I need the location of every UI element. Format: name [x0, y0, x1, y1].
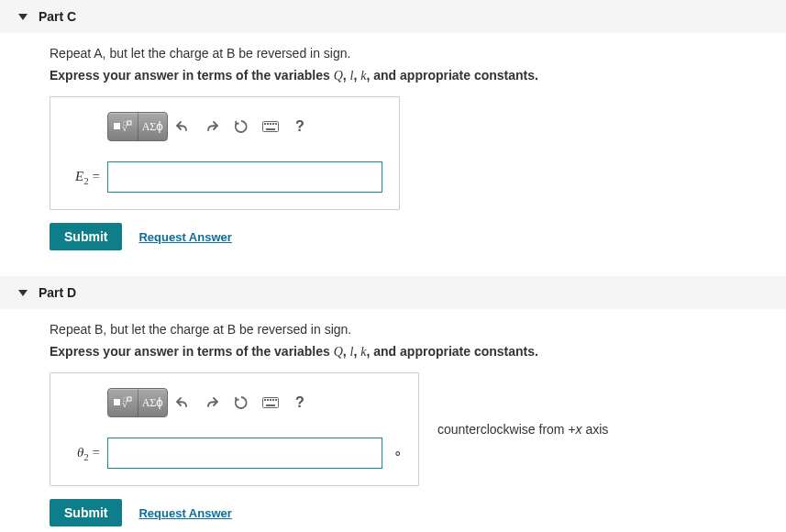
symbols-label: ΑΣϕ	[142, 396, 164, 410]
svg-rect-7	[270, 123, 271, 125]
reset-button[interactable]	[227, 113, 256, 140]
part-c-answer-box: □ √ ΑΣϕ	[50, 96, 400, 210]
unit-degree: ∘	[393, 445, 402, 461]
part-d-header[interactable]: Part D	[0, 276, 786, 309]
redo-icon	[205, 119, 219, 134]
toolbar-group: □ √ ΑΣϕ	[107, 112, 168, 141]
svg-rect-5	[264, 123, 266, 125]
reset-icon	[234, 395, 249, 410]
keyboard-icon	[262, 397, 279, 408]
undo-icon	[175, 119, 190, 134]
part-c-express: Express your answer in terms of the vari…	[50, 68, 768, 83]
svg-rect-18	[270, 399, 271, 401]
part-c-lhs: E2 =	[67, 169, 100, 186]
var-l: l	[350, 345, 354, 359]
submit-button[interactable]: Submit	[50, 223, 122, 250]
svg-rect-0	[114, 123, 120, 129]
svg-rect-19	[272, 399, 274, 401]
part-d-input-row: θ2 = ∘	[67, 438, 402, 469]
svg-rect-21	[266, 405, 275, 406]
svg-rect-17	[267, 399, 269, 401]
svg-rect-8	[272, 123, 274, 125]
var-Q: Q	[334, 69, 343, 83]
request-answer-link[interactable]: Request Answer	[138, 506, 231, 520]
svg-rect-20	[275, 399, 277, 401]
equation-toolbar: □ √ ΑΣϕ	[107, 112, 382, 141]
templates-button[interactable]: □ √	[108, 113, 138, 140]
redo-button[interactable]	[197, 389, 227, 416]
svg-rect-6	[267, 123, 269, 125]
keyboard-button[interactable]	[256, 113, 285, 140]
var-l: l	[350, 69, 354, 83]
reset-icon	[234, 119, 249, 134]
reset-button[interactable]	[227, 389, 256, 416]
caret-down-icon	[18, 290, 28, 296]
equation-toolbar: □ √ ΑΣϕ	[107, 388, 402, 417]
keyboard-button[interactable]	[256, 389, 285, 416]
lhs-subscript: 2	[83, 451, 89, 462]
var-Q: Q	[334, 345, 343, 359]
symbols-button[interactable]: ΑΣϕ	[138, 389, 167, 416]
redo-icon	[205, 395, 219, 410]
undo-button[interactable]	[168, 389, 197, 416]
undo-icon	[175, 395, 190, 410]
svg-rect-11	[114, 399, 120, 405]
part-d-answer-input[interactable]	[107, 438, 382, 469]
part-d-answer-area: □ √ ΑΣϕ	[50, 372, 768, 486]
svg-rect-9	[275, 123, 277, 125]
templates-button[interactable]: □ √	[108, 389, 138, 416]
part-d-express: Express your answer in terms of the vari…	[50, 344, 768, 360]
svg-rect-3	[127, 121, 131, 125]
svg-rect-10	[266, 128, 275, 130]
trailing-var: x	[576, 422, 582, 437]
symbols-label: ΑΣϕ	[142, 120, 164, 134]
keyboard-icon	[262, 121, 279, 132]
svg-rect-14	[127, 397, 131, 401]
express-suffix: , and appropriate constants.	[366, 68, 537, 83]
part-d-title: Part D	[39, 285, 76, 300]
part-d-actions: Submit Request Answer	[50, 499, 768, 526]
part-c-title: Part C	[39, 9, 76, 24]
express-prefix: Express your answer in terms of the vari…	[50, 68, 334, 83]
undo-button[interactable]	[168, 113, 197, 140]
toolbar-aux: ?	[168, 113, 315, 140]
part-d-body: Repeat B, but let the charge at B be rev…	[0, 309, 786, 532]
request-answer-link[interactable]: Request Answer	[138, 230, 231, 244]
trailing-post: axis	[582, 422, 609, 437]
redo-button[interactable]	[197, 113, 227, 140]
part-d-instruction: Repeat B, but let the charge at B be rev…	[50, 322, 768, 337]
toolbar-aux: ?	[168, 389, 315, 416]
part-c-answer-input[interactable]	[107, 161, 382, 193]
part-d-section: Part D Repeat B, but let the charge at B…	[0, 276, 786, 532]
symbols-button[interactable]: ΑΣϕ	[138, 113, 167, 140]
toolbar-group: □ √ ΑΣϕ	[107, 388, 168, 417]
lhs-symbol: E	[75, 169, 83, 183]
help-button[interactable]: ?	[285, 389, 315, 416]
templates-icon: □ √	[114, 119, 132, 134]
trailing-pre: counterclockwise from +	[437, 422, 576, 437]
express-suffix: , and appropriate constants.	[366, 344, 537, 359]
part-c-body: Repeat A, but let the charge at B be rev…	[0, 33, 786, 258]
part-c-actions: Submit Request Answer	[50, 223, 768, 250]
part-c-section: Part C Repeat A, but let the charge at B…	[0, 0, 786, 258]
part-d-lhs: θ2 =	[67, 445, 100, 462]
part-c-header[interactable]: Part C	[0, 0, 786, 33]
lhs-subscript: 2	[83, 175, 89, 186]
templates-icon: □ √	[114, 395, 132, 410]
express-prefix: Express your answer in terms of the vari…	[50, 344, 334, 359]
help-button[interactable]: ?	[285, 113, 315, 140]
part-c-input-row: E2 =	[67, 161, 382, 193]
part-c-answer-area: □ √ ΑΣϕ	[50, 96, 768, 210]
caret-down-icon	[18, 14, 28, 20]
submit-button[interactable]: Submit	[50, 499, 122, 526]
svg-rect-16	[264, 399, 266, 401]
part-d-trailing: counterclockwise from +x axis	[437, 422, 608, 437]
part-c-instruction: Repeat A, but let the charge at B be rev…	[50, 46, 768, 61]
part-d-answer-box: □ √ ΑΣϕ	[50, 372, 419, 486]
